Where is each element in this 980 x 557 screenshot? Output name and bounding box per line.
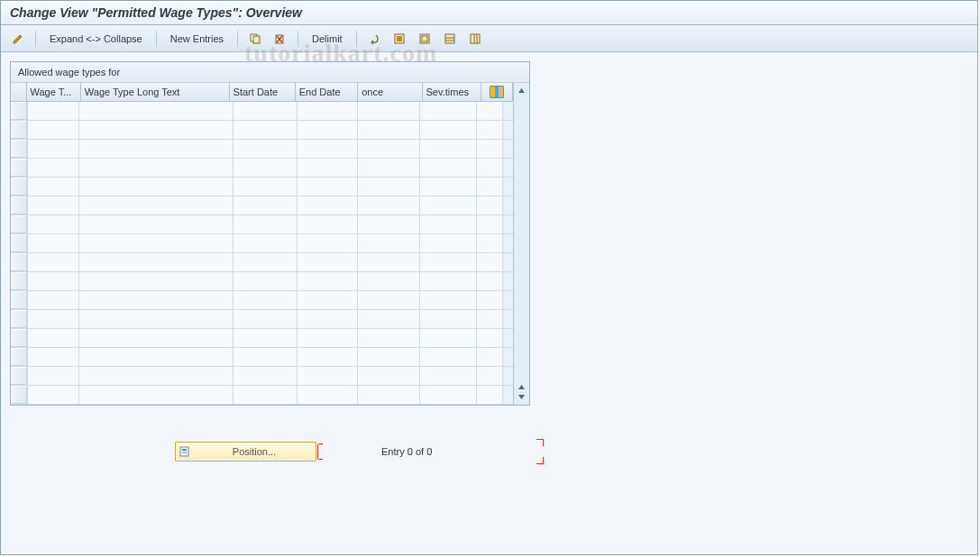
row-selector[interactable]: [11, 291, 28, 309]
cell-sev-times[interactable]: [420, 310, 477, 328]
deselect-all-icon[interactable]: [415, 29, 435, 49]
table-row[interactable]: [11, 178, 513, 196]
undo-icon[interactable]: [364, 29, 384, 49]
cell-sev-times[interactable]: [420, 178, 477, 196]
row-selector[interactable]: [11, 386, 28, 404]
cell-wage-type-long[interactable]: [79, 291, 234, 309]
cell-sev-times[interactable]: [420, 234, 477, 252]
cell-once[interactable]: [358, 215, 420, 233]
table-row[interactable]: [11, 291, 513, 310]
delete-icon[interactable]: [270, 29, 290, 49]
cell-sev-times[interactable]: [420, 291, 477, 309]
cell-once[interactable]: [358, 140, 420, 158]
cell-wage-type-long[interactable]: [79, 102, 234, 120]
col-wage-type[interactable]: Wage T...: [27, 83, 81, 101]
cell-wage-type[interactable]: [28, 215, 79, 233]
row-selector[interactable]: [11, 121, 28, 139]
cell-wage-type[interactable]: [28, 253, 79, 271]
cell-once[interactable]: [358, 329, 420, 347]
cell-once[interactable]: [358, 234, 420, 252]
row-selector[interactable]: [11, 159, 28, 177]
table-row[interactable]: [11, 348, 513, 367]
cell-end-date[interactable]: [298, 329, 358, 347]
row-selector[interactable]: [11, 215, 28, 233]
edit-icon[interactable]: [8, 29, 28, 49]
cell-start-date[interactable]: [234, 329, 298, 347]
cell-end-date[interactable]: [298, 386, 358, 404]
position-button[interactable]: Position...: [175, 442, 316, 461]
cell-once[interactable]: [358, 348, 420, 366]
cell-end-date[interactable]: [298, 367, 358, 385]
col-once[interactable]: once: [358, 83, 422, 101]
cell-wage-type[interactable]: [28, 310, 79, 328]
cell-end-date[interactable]: [298, 121, 358, 139]
cell-wage-type[interactable]: [28, 178, 79, 196]
col-sev-times[interactable]: Sev.times: [423, 83, 482, 101]
cell-once[interactable]: [358, 253, 420, 271]
table-row[interactable]: [11, 310, 513, 329]
expand-collapse-button[interactable]: Expand <-> Collapse: [43, 29, 149, 49]
row-selector[interactable]: [11, 140, 28, 158]
cell-start-date[interactable]: [234, 140, 298, 158]
cell-sev-times[interactable]: [420, 386, 477, 404]
col-end-date[interactable]: End Date: [296, 83, 358, 101]
cell-wage-type-long[interactable]: [79, 310, 234, 328]
cell-start-date[interactable]: [234, 196, 298, 215]
cell-once[interactable]: [358, 121, 420, 139]
cell-wage-type-long[interactable]: [79, 159, 234, 177]
cell-once[interactable]: [358, 196, 420, 215]
cell-start-date[interactable]: [234, 367, 298, 385]
cell-end-date[interactable]: [298, 310, 358, 328]
row-selector[interactable]: [11, 329, 28, 347]
row-selector[interactable]: [11, 178, 28, 196]
row-selector[interactable]: [11, 348, 28, 366]
cell-sev-times[interactable]: [420, 102, 477, 120]
table-row[interactable]: [11, 272, 513, 291]
cell-wage-type[interactable]: [28, 386, 79, 404]
cell-wage-type[interactable]: [28, 348, 79, 366]
cell-start-date[interactable]: [234, 102, 298, 120]
cell-wage-type-long[interactable]: [79, 215, 234, 233]
cell-wage-type-long[interactable]: [79, 272, 234, 290]
vertical-scrollbar[interactable]: [513, 83, 529, 405]
scroll-up-icon[interactable]: [517, 86, 527, 96]
row-selector[interactable]: [11, 234, 28, 252]
cell-wage-type-long[interactable]: [79, 140, 234, 158]
col-wage-type-long[interactable]: Wage Type Long Text: [81, 83, 230, 101]
cell-once[interactable]: [358, 159, 420, 177]
cell-wage-type[interactable]: [28, 329, 79, 347]
cell-end-date[interactable]: [298, 348, 358, 366]
cell-wage-type[interactable]: [28, 159, 79, 177]
row-selector[interactable]: [11, 253, 28, 271]
cell-end-date[interactable]: [298, 102, 358, 120]
cell-end-date[interactable]: [298, 215, 358, 233]
delimit-button[interactable]: Delimit: [306, 29, 349, 49]
scroll-down-icon[interactable]: [517, 392, 527, 402]
cell-wage-type[interactable]: [28, 102, 79, 120]
cell-end-date[interactable]: [298, 272, 358, 290]
cell-sev-times[interactable]: [420, 140, 477, 158]
row-selector[interactable]: [11, 196, 28, 215]
cell-wage-type[interactable]: [28, 272, 79, 290]
cell-start-date[interactable]: [234, 159, 298, 177]
cell-wage-type-long[interactable]: [79, 178, 234, 196]
row-selector[interactable]: [11, 102, 28, 120]
cell-once[interactable]: [358, 178, 420, 196]
cell-sev-times[interactable]: [420, 121, 477, 139]
cell-sev-times[interactable]: [420, 367, 477, 385]
cell-end-date[interactable]: [298, 234, 358, 252]
table-settings-icon[interactable]: [465, 29, 485, 49]
cell-start-date[interactable]: [234, 121, 298, 139]
cell-wage-type-long[interactable]: [79, 121, 234, 139]
table-row[interactable]: [11, 367, 513, 386]
cell-sev-times[interactable]: [420, 329, 477, 347]
cell-wage-type-long[interactable]: [79, 253, 234, 271]
table-row[interactable]: [11, 121, 513, 140]
table-row[interactable]: [11, 253, 513, 272]
cell-once[interactable]: [358, 291, 420, 309]
cell-end-date[interactable]: [298, 196, 358, 215]
cell-start-date[interactable]: [234, 310, 298, 328]
cell-start-date[interactable]: [234, 291, 298, 309]
cell-wage-type[interactable]: [28, 121, 79, 139]
cell-start-date[interactable]: [234, 234, 298, 252]
